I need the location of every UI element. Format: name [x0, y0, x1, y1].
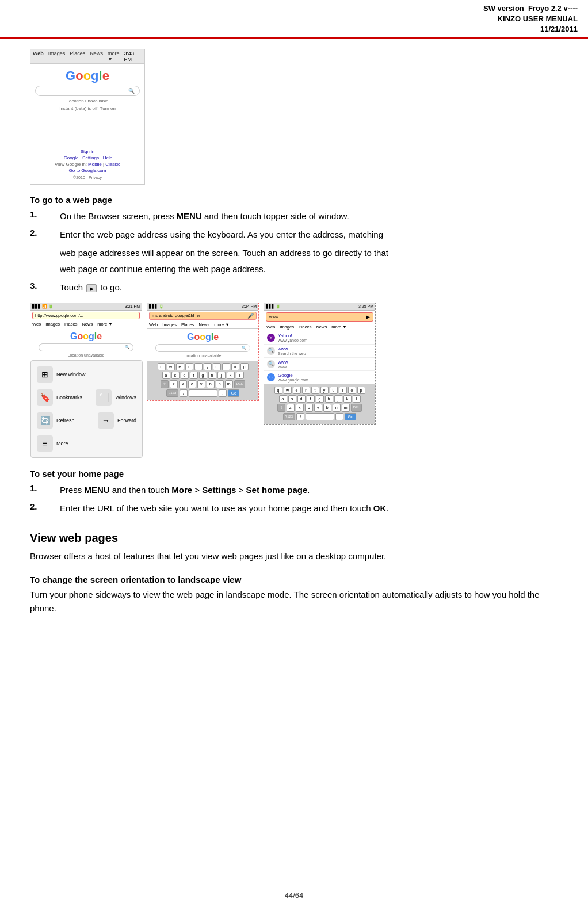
k3-b[interactable]: b	[323, 404, 331, 412]
k3-m[interactable]: m	[342, 404, 350, 412]
key-del[interactable]: DEL	[234, 380, 246, 388]
key-i[interactable]: i	[222, 363, 230, 370]
screen1-url: http://www.google.com/...	[35, 313, 83, 318]
k3-g[interactable]: g	[316, 395, 324, 403]
key-b[interactable]: b	[207, 380, 215, 388]
menu-new-window[interactable]: ⊞ New window	[35, 364, 88, 385]
gs-tabs: Web Images Places News more ▼	[33, 51, 120, 62]
key-v[interactable]: v	[197, 380, 205, 388]
to-go-heading: To go to a web page	[30, 195, 558, 205]
key-y[interactable]: y	[204, 363, 212, 370]
key-t[interactable]: t	[194, 363, 203, 370]
kb3-row2: a s d f g h j k l	[265, 395, 374, 403]
key-space[interactable]	[189, 389, 217, 397]
k3-j[interactable]: j	[334, 395, 342, 403]
menu-refresh[interactable]: 🔄 Refresh	[35, 410, 77, 431]
k3-slash[interactable]: /	[296, 413, 304, 420]
k3-i[interactable]: i	[339, 387, 347, 394]
k3-z[interactable]: z	[287, 404, 295, 412]
key-z[interactable]: z	[170, 380, 178, 388]
menu-more[interactable]: ≡ More	[35, 433, 71, 454]
screen3-toolbar: ▋▋▋ 🔋 3:25 PM	[264, 303, 375, 311]
key-u[interactable]: u	[213, 363, 221, 370]
key-n[interactable]: n	[216, 380, 224, 388]
menu-items-grid: ⊞ New window 🔖 Bookmarks ⬜ Windows 🔄	[35, 364, 139, 454]
screen2-url: ms-android-google&hl=en	[152, 313, 201, 318]
key-c[interactable]: c	[188, 380, 196, 388]
k3-period[interactable]: .	[335, 413, 343, 420]
k3-go[interactable]: Go	[345, 413, 356, 420]
key-shift[interactable]: ⇧	[161, 380, 169, 388]
k3-s[interactable]: s	[288, 395, 296, 403]
k3-c[interactable]: c	[305, 404, 313, 412]
key-g[interactable]: g	[199, 372, 207, 379]
screen2-keyboard: q w e r t y u i o p a s d f g h	[147, 361, 258, 400]
ok-bold: OK	[373, 503, 387, 513]
key-x[interactable]: x	[179, 380, 187, 388]
sugg-yahoo[interactable]: Y Yahoo! www.yahoo.com	[264, 331, 375, 345]
screen1-logo: Google	[33, 331, 139, 342]
key-j[interactable]: j	[217, 372, 226, 379]
k3-r[interactable]: r	[302, 387, 310, 394]
k3-l[interactable]: l	[353, 395, 361, 403]
gs-footer-links: Sign in iGoogle Settings Help View Googl…	[35, 149, 140, 173]
k3-h[interactable]: h	[325, 395, 333, 403]
sugg-www2[interactable]: 🔍 www www	[264, 358, 375, 371]
gs-search-bar: 🔍	[35, 86, 140, 96]
k3-t[interactable]: t	[311, 387, 319, 394]
change-orientation-heading: To change the screen orientation to land…	[30, 575, 558, 584]
key-q[interactable]: q	[158, 363, 166, 370]
k3-x[interactable]: x	[296, 404, 304, 412]
k3-k[interactable]: k	[343, 395, 352, 403]
key-slash[interactable]: /	[180, 389, 188, 397]
key-l[interactable]: l	[236, 372, 244, 379]
k3-123[interactable]: ?123	[283, 413, 295, 420]
key-r[interactable]: r	[185, 363, 193, 370]
key-123[interactable]: ?123	[166, 389, 178, 397]
screen1-toolbar: ▋▋▋ 📶 🔋 3:21 PM	[30, 303, 142, 311]
k3-n[interactable]: n	[333, 404, 341, 412]
k3-del[interactable]: DEL	[351, 404, 362, 412]
menu-bookmarks[interactable]: 🔖 Bookmarks	[35, 387, 85, 408]
key-e[interactable]: e	[176, 363, 184, 370]
kb-row1: q w e r t y u i o p	[148, 363, 257, 370]
screen3-tab-places: Places	[299, 324, 312, 330]
k3-d[interactable]: d	[297, 395, 306, 403]
screen2-address: ms-android-google&hl=en 🎤	[149, 312, 257, 320]
k3-w[interactable]: w	[284, 387, 292, 394]
k3-v[interactable]: v	[314, 404, 322, 412]
k3-y[interactable]: y	[320, 387, 329, 394]
key-m[interactable]: m	[225, 380, 233, 388]
screen1-tab-images: Images	[45, 322, 60, 327]
k3-e[interactable]: e	[293, 387, 301, 394]
key-h[interactable]: h	[208, 372, 216, 379]
k3-q[interactable]: q	[274, 387, 282, 394]
key-a[interactable]: a	[162, 372, 170, 379]
step2-item: 2. Enter the web page address using the …	[30, 228, 558, 242]
key-p[interactable]: p	[240, 363, 249, 370]
k3-f[interactable]: f	[307, 395, 315, 403]
k3-a[interactable]: a	[279, 395, 287, 403]
k3-p[interactable]: p	[357, 387, 365, 394]
key-f[interactable]: f	[190, 372, 198, 379]
key-w[interactable]: w	[167, 363, 175, 370]
k3-o[interactable]: o	[348, 387, 356, 394]
gs-sign-in: Sign in	[81, 149, 94, 154]
key-period[interactable]: .	[219, 389, 227, 397]
screen2-battery: 🔋	[159, 304, 164, 309]
gs-logo: Google	[35, 68, 140, 83]
sugg-google[interactable]: G Google www.google.com	[264, 371, 375, 384]
menu-forward[interactable]: → Forward	[96, 410, 139, 431]
key-d[interactable]: d	[181, 372, 189, 379]
key-k[interactable]: k	[227, 372, 235, 379]
k3-space[interactable]	[306, 413, 334, 420]
gs-go-google: Go to Google.com	[69, 168, 106, 173]
sugg-www1[interactable]: 🔍 www Search the web	[264, 345, 375, 358]
key-s[interactable]: s	[171, 372, 180, 379]
k3-shift[interactable]: ⇧	[277, 404, 285, 412]
k3-u[interactable]: u	[330, 387, 338, 394]
key-go[interactable]: Go	[228, 389, 239, 397]
menu-windows[interactable]: ⬜ Windows	[93, 387, 139, 408]
key-o[interactable]: o	[231, 363, 239, 370]
set-home-bold: Set home page	[246, 485, 308, 495]
